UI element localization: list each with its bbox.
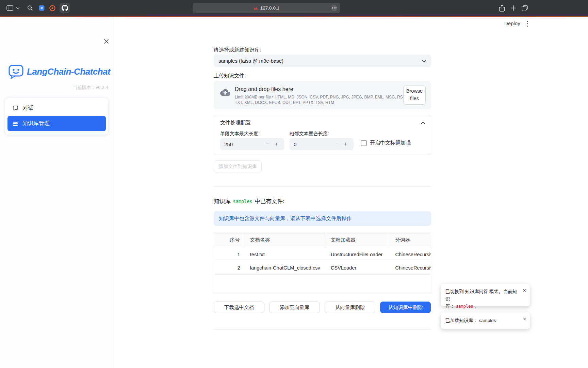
close-icon[interactable]: ✕ <box>523 316 526 323</box>
add-to-vector-store-button[interactable]: 添加至向量库 <box>269 302 320 313</box>
toast-kb-code: samples <box>456 304 473 309</box>
column-header-splitter[interactable]: 分词器 <box>389 232 431 248</box>
table-row[interactable]: 1 test.txt UnstructuredFileLoader Chines… <box>214 248 431 261</box>
delete-from-kb-button[interactable]: 从知识库中删除 <box>380 302 431 313</box>
file-dropzone[interactable]: Drag and drop files here Limit 200MB per… <box>214 81 431 109</box>
overlap-input[interactable]: 0 − + <box>290 138 354 150</box>
decrement-icon[interactable]: − <box>263 141 272 148</box>
info-banner: 知识库中包含源文件与向量库，请从下表中选择文件后操作 <box>214 211 431 226</box>
close-icon[interactable]: ✕ <box>523 287 526 294</box>
checkbox-box[interactable] <box>361 140 367 146</box>
toast-text: 已切换到 知识库问答 模式。当前知识 <box>445 289 517 302</box>
column-header-loader[interactable]: 文档加载器 <box>325 232 389 248</box>
sidebar: LangChain-Chatchat 当前版本：v0.2.4 对话 知识库管理 <box>0 17 113 368</box>
cloud-upload-icon <box>219 88 231 97</box>
site-icon <box>254 6 258 10</box>
sidebar-item-label: 对话 <box>23 105 34 112</box>
heading-suffix: 中已有文件: <box>255 198 284 205</box>
cell-doc-name: test.txt <box>245 248 325 261</box>
browse-files-button[interactable]: Browse files <box>403 86 426 105</box>
favorite-orange-icon[interactable] <box>48 0 56 16</box>
kb-selectbox[interactable]: samples (faiss @ m3e-base) <box>214 55 431 67</box>
cell-index: 2 <box>214 261 245 274</box>
increment-icon[interactable]: + <box>272 141 281 148</box>
max-length-input[interactable]: 250 − + <box>220 138 284 150</box>
sidebar-toggle-icon[interactable] <box>5 0 15 16</box>
cell-splitter: ChineseRecursive <box>389 261 431 274</box>
toast-kb-loaded: 已加载知识库： samples ✕ <box>441 312 530 329</box>
url-bar[interactable]: 127.0.0.1 ••• <box>193 3 340 13</box>
url-text: 127.0.0.1 <box>260 5 279 11</box>
checkbox-label: 开启中文标题加强 <box>370 140 411 146</box>
expander-title[interactable]: 文件处理配置 <box>220 120 251 126</box>
dropzone-limit-line2: TXT, XML, DOCX, EPUB, ODT, PPT, PPTX, TS… <box>235 100 407 105</box>
cell-loader: CSVLoader <box>325 261 389 274</box>
knowledge-base-icon <box>12 121 18 127</box>
dropzone-limit-line1: Limit 200MB per file • HTML, MD, JSON, C… <box>235 95 407 99</box>
github-icon[interactable] <box>60 3 70 13</box>
max-length-label: 单段文本最大长度: <box>220 131 260 137</box>
info-text: 知识库中包含源文件与向量库，请从下表中选择文件后操作 <box>219 215 352 222</box>
chevron-down-icon <box>421 58 426 64</box>
divider <box>214 186 431 187</box>
column-header-index[interactable]: 序号 <box>214 232 245 248</box>
column-header-doc-name[interactable]: 文档名称 <box>245 232 325 248</box>
sidebar-item-label: 知识库管理 <box>22 120 50 127</box>
tab-overview-icon[interactable] <box>520 0 529 16</box>
dropzone-title: Drag and drop files here <box>235 86 293 92</box>
heading-prefix: 知识库 <box>214 198 231 205</box>
files-table: 序号 文档名称 文档加载器 分词器 1 test.txt Unstructure… <box>214 232 431 293</box>
chevron-up-icon[interactable] <box>421 120 425 126</box>
search-icon[interactable] <box>26 0 34 16</box>
table-action-buttons: 下载选中文档 添加至向量库 从向量库删除 从知识库中删除 <box>214 302 431 313</box>
app-title: LangChain-Chatchat <box>27 66 110 77</box>
toast-text: 库： <box>445 304 455 309</box>
increment-icon[interactable]: + <box>341 141 350 148</box>
cell-doc-name: langchain-ChatGLM_closed.csv <box>245 261 325 274</box>
menu-kebab-icon[interactable]: ⋮ <box>524 19 531 28</box>
sidebar-item-chat[interactable]: 对话 <box>7 101 106 116</box>
toast-text: 。 <box>475 304 479 309</box>
toast-text: 已加载知识库： samples <box>445 317 496 324</box>
upload-label: 上传知识文件: <box>214 73 246 79</box>
page-options-icon[interactable]: ••• <box>331 5 338 11</box>
table-row[interactable]: 2 langchain-ChatGLM_closed.csv CSVLoader… <box>214 261 431 275</box>
divider <box>214 329 431 329</box>
overlap-value: 0 <box>294 141 332 147</box>
browser-toolbar: 127.0.0.1 ••• <box>0 0 588 16</box>
toast-mode-switched: 已切换到 知识库问答 模式。当前知识 库：samples。 ✕ <box>441 284 530 306</box>
sidebar-close-icon[interactable] <box>102 37 111 46</box>
cell-index: 1 <box>214 248 245 261</box>
table-header-row: 序号 文档名称 文档加载器 分词器 <box>214 232 431 248</box>
add-files-to-kb-button[interactable]: 添加文件到知识库 <box>214 160 262 172</box>
logo-robot-icon <box>8 64 24 79</box>
kb-name-code: samples <box>233 199 252 204</box>
decrement-icon[interactable]: − <box>332 141 341 148</box>
cell-loader: UnstructuredFileLoader <box>325 248 389 261</box>
kb-selected-value: samples (faiss @ m3e-base) <box>218 58 283 64</box>
chat-bubble-icon <box>12 105 19 111</box>
kb-select-label: 请选择或新建知识库: <box>214 47 261 53</box>
deploy-button[interactable]: Deploy <box>504 20 520 26</box>
delete-from-vector-store-button[interactable]: 从向量库删除 <box>325 302 375 313</box>
new-tab-icon[interactable] <box>509 0 518 16</box>
zh-title-enhance-checkbox[interactable]: 开启中文标题加强 <box>361 140 411 146</box>
download-selected-docs-button[interactable]: 下载选中文档 <box>214 302 264 313</box>
cell-splitter: ChineseRecursive <box>389 248 431 261</box>
app-logo: LangChain-Chatchat <box>8 64 110 79</box>
share-icon[interactable] <box>497 0 506 16</box>
overlap-label: 相邻文本重合长度: <box>290 131 329 137</box>
kb-files-heading: 知识库 samples 中已有文件: <box>214 198 284 205</box>
max-length-value: 250 <box>224 141 263 147</box>
sidebar-item-kb-management[interactable]: 知识库管理 <box>7 116 106 131</box>
favorite-blue-icon[interactable] <box>37 0 46 16</box>
version-label: 当前版本：v0.2.4 <box>73 85 108 91</box>
chevron-down-icon[interactable] <box>15 0 20 16</box>
sidebar-menu: 对话 知识库管理 <box>5 98 108 135</box>
file-config-expander: 文件处理配置 单段文本最大长度: 相邻文本重合长度: 250 − + 0 − +… <box>214 115 431 155</box>
